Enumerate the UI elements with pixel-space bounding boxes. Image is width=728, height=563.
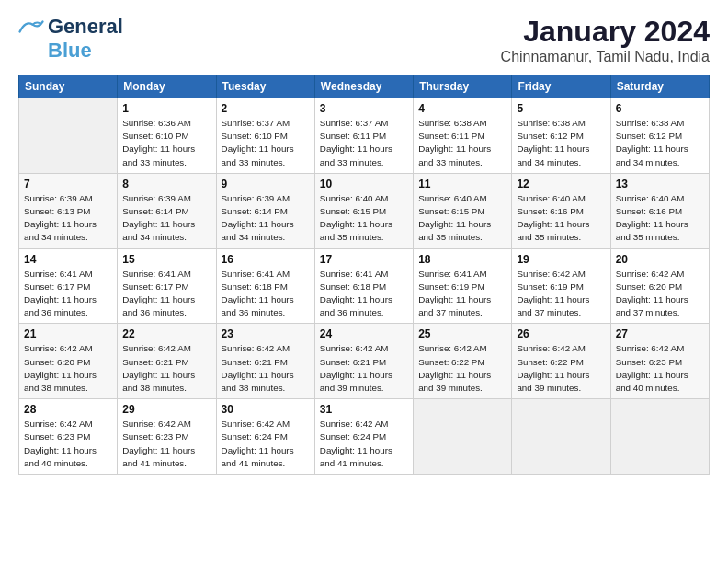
day-number: 29: [122, 403, 210, 416]
day-number: 9: [222, 178, 310, 190]
col-thursday: Thursday: [414, 75, 512, 98]
day-info: Sunrise: 6:42 AM Sunset: 6:19 PM Dayligh…: [517, 268, 605, 320]
day-number: 17: [320, 253, 408, 266]
calendar-cell: 2Sunrise: 6:37 AM Sunset: 6:10 PM Daylig…: [216, 98, 314, 174]
day-info: Sunrise: 6:40 AM Sunset: 6:16 PM Dayligh…: [517, 192, 605, 245]
day-number: 25: [418, 327, 506, 340]
day-number: 24: [320, 327, 408, 340]
day-number: 15: [122, 253, 210, 266]
calendar-cell: 13Sunrise: 6:40 AM Sunset: 6:16 PM Dayli…: [610, 173, 709, 248]
calendar-cell: 19Sunrise: 6:42 AM Sunset: 6:19 PM Dayli…: [512, 248, 610, 324]
day-number: 6: [616, 102, 704, 115]
day-number: 28: [24, 403, 112, 416]
calendar-cell: 28Sunrise: 6:42 AM Sunset: 6:23 PM Dayli…: [19, 399, 118, 475]
calendar-cell: 17Sunrise: 6:41 AM Sunset: 6:18 PM Dayli…: [314, 248, 413, 324]
calendar-cell: 8Sunrise: 6:39 AM Sunset: 6:14 PM Daylig…: [118, 173, 216, 248]
day-info: Sunrise: 6:42 AM Sunset: 6:23 PM Dayligh…: [616, 342, 704, 395]
calendar-cell: 11Sunrise: 6:40 AM Sunset: 6:15 PM Dayli…: [414, 173, 512, 248]
calendar-cell: 25Sunrise: 6:42 AM Sunset: 6:22 PM Dayli…: [414, 324, 512, 399]
day-number: 12: [517, 178, 605, 190]
day-number: 31: [320, 403, 408, 416]
calendar-cell: 23Sunrise: 6:42 AM Sunset: 6:21 PM Dayli…: [216, 324, 314, 399]
day-number: 20: [616, 253, 704, 266]
day-info: Sunrise: 6:42 AM Sunset: 6:21 PM Dayligh…: [122, 342, 210, 395]
day-number: 26: [517, 327, 605, 340]
day-number: 16: [222, 253, 310, 266]
day-number: 19: [517, 253, 605, 266]
day-info: Sunrise: 6:41 AM Sunset: 6:17 PM Dayligh…: [122, 268, 210, 320]
calendar-cell: 10Sunrise: 6:40 AM Sunset: 6:15 PM Dayli…: [314, 173, 413, 248]
day-number: 1: [122, 102, 210, 115]
day-info: Sunrise: 6:41 AM Sunset: 6:18 PM Dayligh…: [222, 268, 310, 320]
calendar-cell: [19, 98, 118, 174]
day-number: 18: [418, 253, 506, 266]
calendar-week-row: 1Sunrise: 6:36 AM Sunset: 6:10 PM Daylig…: [19, 98, 710, 174]
calendar-cell: 30Sunrise: 6:42 AM Sunset: 6:24 PM Dayli…: [216, 399, 314, 475]
calendar-cell: 20Sunrise: 6:42 AM Sunset: 6:20 PM Dayli…: [610, 248, 709, 324]
calendar-week-row: 28Sunrise: 6:42 AM Sunset: 6:23 PM Dayli…: [19, 399, 710, 475]
calendar-cell: 4Sunrise: 6:38 AM Sunset: 6:11 PM Daylig…: [414, 98, 512, 174]
day-info: Sunrise: 6:37 AM Sunset: 6:11 PM Dayligh…: [320, 117, 408, 169]
day-info: Sunrise: 6:42 AM Sunset: 6:23 PM Dayligh…: [122, 418, 210, 470]
col-wednesday: Wednesday: [314, 75, 413, 98]
day-info: Sunrise: 6:39 AM Sunset: 6:14 PM Dayligh…: [122, 192, 210, 245]
logo-icon: [18, 18, 44, 35]
logo-text-blue: Blue: [48, 39, 92, 63]
day-info: Sunrise: 6:41 AM Sunset: 6:19 PM Dayligh…: [418, 268, 506, 320]
calendar-title: January 2024: [501, 15, 710, 49]
calendar-body: 1Sunrise: 6:36 AM Sunset: 6:10 PM Daylig…: [19, 98, 710, 475]
calendar-cell: 26Sunrise: 6:42 AM Sunset: 6:22 PM Dayli…: [512, 324, 610, 399]
day-info: Sunrise: 6:39 AM Sunset: 6:13 PM Dayligh…: [24, 192, 112, 245]
col-sunday: Sunday: [19, 75, 118, 98]
calendar-subtitle: Chinnamanur, Tamil Nadu, India: [501, 49, 710, 65]
calendar-cell: 1Sunrise: 6:36 AM Sunset: 6:10 PM Daylig…: [118, 98, 216, 174]
day-number: 13: [616, 178, 704, 190]
day-info: Sunrise: 6:42 AM Sunset: 6:21 PM Dayligh…: [222, 342, 310, 395]
calendar-cell: 24Sunrise: 6:42 AM Sunset: 6:21 PM Dayli…: [314, 324, 413, 399]
day-info: Sunrise: 6:39 AM Sunset: 6:14 PM Dayligh…: [222, 192, 310, 245]
calendar-cell: 18Sunrise: 6:41 AM Sunset: 6:19 PM Dayli…: [414, 248, 512, 324]
calendar-week-row: 7Sunrise: 6:39 AM Sunset: 6:13 PM Daylig…: [19, 173, 710, 248]
calendar-cell: 29Sunrise: 6:42 AM Sunset: 6:23 PM Dayli…: [118, 399, 216, 475]
calendar-table: Sunday Monday Tuesday Wednesday Thursday…: [18, 75, 710, 475]
day-info: Sunrise: 6:41 AM Sunset: 6:17 PM Dayligh…: [24, 268, 112, 320]
day-info: Sunrise: 6:42 AM Sunset: 6:20 PM Dayligh…: [616, 268, 704, 320]
page-header: General Blue January 2024 Chinnamanur, T…: [18, 15, 710, 65]
calendar-cell: [610, 399, 709, 475]
calendar-cell: 22Sunrise: 6:42 AM Sunset: 6:21 PM Dayli…: [118, 324, 216, 399]
calendar-cell: [512, 399, 610, 475]
day-info: Sunrise: 6:42 AM Sunset: 6:22 PM Dayligh…: [517, 342, 605, 395]
calendar-cell: 9Sunrise: 6:39 AM Sunset: 6:14 PM Daylig…: [216, 173, 314, 248]
day-info: Sunrise: 6:36 AM Sunset: 6:10 PM Dayligh…: [122, 117, 210, 169]
calendar-cell: [414, 399, 512, 475]
day-info: Sunrise: 6:37 AM Sunset: 6:10 PM Dayligh…: [222, 117, 310, 169]
day-info: Sunrise: 6:42 AM Sunset: 6:20 PM Dayligh…: [24, 342, 112, 395]
calendar-week-row: 14Sunrise: 6:41 AM Sunset: 6:17 PM Dayli…: [19, 248, 710, 324]
day-number: 2: [222, 102, 310, 115]
calendar-cell: 21Sunrise: 6:42 AM Sunset: 6:20 PM Dayli…: [19, 324, 118, 399]
calendar-cell: 14Sunrise: 6:41 AM Sunset: 6:17 PM Dayli…: [19, 248, 118, 324]
col-saturday: Saturday: [610, 75, 709, 98]
day-info: Sunrise: 6:40 AM Sunset: 6:16 PM Dayligh…: [616, 192, 704, 245]
day-info: Sunrise: 6:40 AM Sunset: 6:15 PM Dayligh…: [320, 192, 408, 245]
calendar-cell: 27Sunrise: 6:42 AM Sunset: 6:23 PM Dayli…: [610, 324, 709, 399]
calendar-header-row: Sunday Monday Tuesday Wednesday Thursday…: [19, 75, 710, 98]
day-info: Sunrise: 6:41 AM Sunset: 6:18 PM Dayligh…: [320, 268, 408, 320]
day-info: Sunrise: 6:42 AM Sunset: 6:24 PM Dayligh…: [222, 418, 310, 470]
day-info: Sunrise: 6:38 AM Sunset: 6:12 PM Dayligh…: [616, 117, 704, 169]
day-number: 7: [24, 178, 112, 190]
day-info: Sunrise: 6:42 AM Sunset: 6:23 PM Dayligh…: [24, 418, 112, 470]
calendar-week-row: 21Sunrise: 6:42 AM Sunset: 6:20 PM Dayli…: [19, 324, 710, 399]
day-number: 3: [320, 102, 408, 115]
title-block: January 2024 Chinnamanur, Tamil Nadu, In…: [501, 15, 710, 65]
calendar-cell: 16Sunrise: 6:41 AM Sunset: 6:18 PM Dayli…: [216, 248, 314, 324]
calendar-cell: 31Sunrise: 6:42 AM Sunset: 6:24 PM Dayli…: [314, 399, 413, 475]
day-number: 10: [320, 178, 408, 190]
day-info: Sunrise: 6:42 AM Sunset: 6:24 PM Dayligh…: [320, 418, 408, 470]
day-info: Sunrise: 6:38 AM Sunset: 6:12 PM Dayligh…: [517, 117, 605, 169]
day-number: 30: [222, 403, 310, 416]
col-friday: Friday: [512, 75, 610, 98]
day-info: Sunrise: 6:42 AM Sunset: 6:21 PM Dayligh…: [320, 342, 408, 395]
day-number: 11: [418, 178, 506, 190]
day-number: 23: [222, 327, 310, 340]
